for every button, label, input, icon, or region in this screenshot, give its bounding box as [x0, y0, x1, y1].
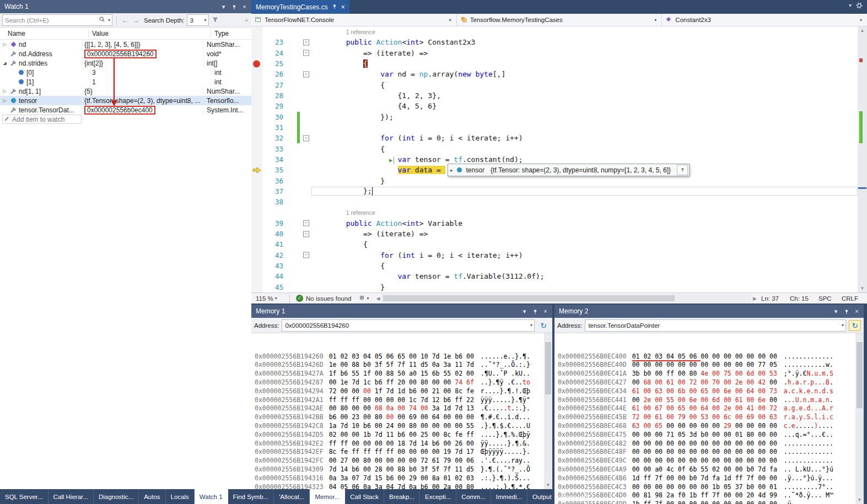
breakpoint-margin[interactable]: [251, 101, 262, 111]
breakpoint-margin[interactable]: [251, 80, 262, 90]
outline-margin[interactable]: −: [301, 229, 311, 239]
memory-row[interactable]: 0x000002556B1942AE00 80 00 00 08 0a 00 7…: [255, 404, 552, 413]
run-to-cursor-icon[interactable]: ▶: [389, 156, 394, 164]
memory-row[interactable]: 0x000002556B0EC44E61 00 67 00 65 00 64 0…: [558, 404, 864, 413]
watch-row[interactable]: ◢nd.strides{int[2]}int[]: [0, 58, 251, 68]
memory-row[interactable]: 0x000002556B1943160a 3a 07 7d 15 b6 00 2…: [255, 474, 552, 483]
chevron-down-icon[interactable]: ▾: [219, 2, 228, 11]
code-text[interactable]: {: [311, 59, 858, 68]
column-header-type[interactable]: Type: [211, 30, 251, 37]
watch-row[interactable]: tensor.TensorDat...0x000002556b0ec400Sys…: [0, 105, 251, 115]
memory-row[interactable]: 0x000002556B1942EF8c fe ff ff ff ff 00 0…: [255, 448, 552, 457]
memory-row[interactable]: 0x000002556B0EC45B72 00 61 00 79 00 53 0…: [558, 413, 864, 422]
breakpoint-margin[interactable]: [251, 229, 262, 239]
filter-icon[interactable]: [212, 17, 218, 24]
code-line[interactable]: 45 }: [251, 282, 867, 292]
breakpoint-margin[interactable]: [251, 154, 262, 165]
memory-row[interactable]: 0x000002556B1942A1ff ff ff 00 00 00 00 1…: [255, 396, 552, 405]
column-header-name[interactable]: Name: [0, 30, 89, 37]
watch-row[interactable]: ▷nd[1, 1]{5}NumShar...: [0, 86, 251, 96]
breakpoint-margin[interactable]: [251, 90, 262, 101]
memory2-hex[interactable]: 0x000002556B0EC40001 02 03 04 05 06 00 0…: [554, 333, 864, 504]
code-text[interactable]: {4, 5, 6}: [311, 102, 858, 110]
code-text[interactable]: {: [311, 240, 858, 248]
memory-row[interactable]: 0x000002556B0EC47500 00 00 71 05 3d b0 0…: [558, 431, 864, 440]
bottom-tab[interactable]: Locals: [166, 489, 195, 504]
scroll-left-icon[interactable]: ◀: [376, 296, 380, 301]
expander-icon[interactable]: ◢: [2, 61, 8, 66]
watch-row[interactable]: ▷nd{[[1, 2, 3], [4, 5, 6]]}NumShar...: [0, 40, 251, 49]
outline-margin[interactable]: [301, 239, 311, 250]
code-text[interactable]: for (int i = 0; i < iterate; i++): [311, 251, 858, 259]
memory-row[interactable]: 0x000002556B19426001 02 03 04 05 06 65 0…: [255, 353, 552, 361]
bottom-tab[interactable]: Diagnostic...: [94, 489, 139, 504]
code-line[interactable]: 41 {: [251, 239, 867, 250]
breakpoint-icon[interactable]: [253, 60, 260, 67]
outline-margin[interactable]: −: [301, 133, 311, 143]
column-header-value[interactable]: Value: [89, 30, 211, 37]
memory-row[interactable]: 0x000002556B0EC40D00 00 00 00 00 00 00 0…: [558, 361, 864, 370]
toolbar-overflow-icon[interactable]: »: [245, 17, 249, 23]
memory2-scrollbar[interactable]: ▲ ▼: [855, 333, 864, 504]
bottom-tab[interactable]: 'Allocat...: [274, 489, 310, 504]
code-line[interactable]: 37 };: [251, 186, 867, 197]
breakpoint-margin[interactable]: [251, 175, 262, 186]
forward-arrow-icon[interactable]: →: [132, 17, 141, 24]
code-line[interactable]: 31: [251, 122, 867, 133]
close-icon[interactable]: ×: [341, 3, 345, 11]
outline-margin[interactable]: −: [301, 250, 311, 261]
memory-row[interactable]: 0x000002556B1942BBb6 00 23 00 80 00 00 6…: [255, 413, 552, 422]
gear-icon[interactable]: [856, 2, 863, 10]
memory1-hex[interactable]: 0x000002556B19426001 02 03 04 05 06 65 0…: [251, 333, 552, 489]
code-line[interactable]: 44 var tensor = tf.Variable(3112.0f);: [251, 271, 867, 281]
search-box[interactable]: ▾: [2, 14, 112, 26]
code-text[interactable]: public Action<int> Constant2x3: [311, 38, 858, 46]
chevron-down-icon[interactable]: ▾: [365, 296, 370, 301]
outline-margin[interactable]: [301, 207, 311, 218]
outline-margin[interactable]: [301, 143, 311, 154]
memory-row[interactable]: 0x000002556B0EC44100 2e 00 55 00 6e 00 6…: [558, 396, 864, 405]
search-icon[interactable]: [98, 16, 106, 24]
address-input[interactable]: [282, 322, 529, 329]
memory-row[interactable]: 0x000002556B0EC48F00 00 00 00 00 00 00 0…: [558, 448, 864, 457]
code-text[interactable]: }: [311, 177, 858, 185]
breakpoint-margin[interactable]: [251, 165, 262, 175]
outline-margin[interactable]: [301, 261, 311, 271]
memory-row[interactable]: 0x000002556B0EC4C300 00 00 00 00 00 00 1…: [558, 483, 864, 492]
breakpoint-margin[interactable]: [251, 197, 262, 207]
bottom-tab[interactable]: Find Symb...: [228, 489, 274, 504]
code-line[interactable]: 30 });: [251, 112, 867, 122]
health-check-icon[interactable]: ✓: [296, 295, 303, 302]
expander-icon[interactable]: ▷: [2, 89, 8, 94]
breakpoint-margin[interactable]: [251, 133, 262, 143]
pin-icon[interactable]: [332, 3, 337, 11]
memory-row[interactable]: 0x000002556B0EC4D000 81 98 2a f0 1b ff 7…: [558, 491, 864, 500]
address-combo[interactable]: ▾: [585, 319, 846, 332]
bottom-tab[interactable]: Error List: [557, 489, 594, 504]
codelens-label[interactable]: 1 reference: [311, 29, 375, 35]
address-input[interactable]: [585, 322, 840, 329]
horizontal-scrollbar-thumb[interactable]: [383, 295, 674, 301]
class-dropdown[interactable]: Tensorflow.MemoryTestingCases ▾: [457, 14, 663, 26]
watch-row[interactable]: [0]3int: [0, 68, 251, 77]
code-text[interactable]: };: [311, 187, 858, 196]
code-text[interactable]: var nd = np.array(new byte[,]: [311, 70, 858, 78]
code-text[interactable]: for (int i = 0; i < iterate; i++): [311, 134, 858, 142]
code-line[interactable]: 25 {: [251, 58, 867, 69]
zoom-control[interactable]: 115 % ▾: [251, 295, 288, 302]
code-line[interactable]: 29 {4, 5, 6}: [251, 101, 867, 111]
chevron-down-icon[interactable]: ▾: [520, 307, 529, 316]
member-dropdown[interactable]: Constant2x3 ▾: [662, 14, 867, 26]
breakpoint-margin[interactable]: [251, 143, 262, 154]
code-text[interactable]: {: [311, 81, 858, 89]
memory-row[interactable]: 0x000002556B1943097d 14 b6 00 28 00 88 b…: [255, 465, 552, 474]
memory-row[interactable]: 0x000002556B19432304 05 06 0a 3a 04 7d 0…: [255, 483, 552, 489]
refresh-icon[interactable]: ↻: [537, 320, 550, 331]
memory-row[interactable]: 0x000002556B0EC40001 02 03 04 05 06 00 0…: [558, 353, 864, 361]
code-text[interactable]: => (iterate) =>: [311, 230, 858, 238]
codelens-label[interactable]: 1 reference: [311, 209, 375, 216]
close-icon[interactable]: ×: [541, 307, 550, 316]
code-text[interactable]: }: [311, 283, 858, 291]
scroll-down-icon[interactable]: ▼: [855, 496, 864, 504]
code-text[interactable]: var tensor = tf.constant(nd);▶: [311, 155, 858, 164]
